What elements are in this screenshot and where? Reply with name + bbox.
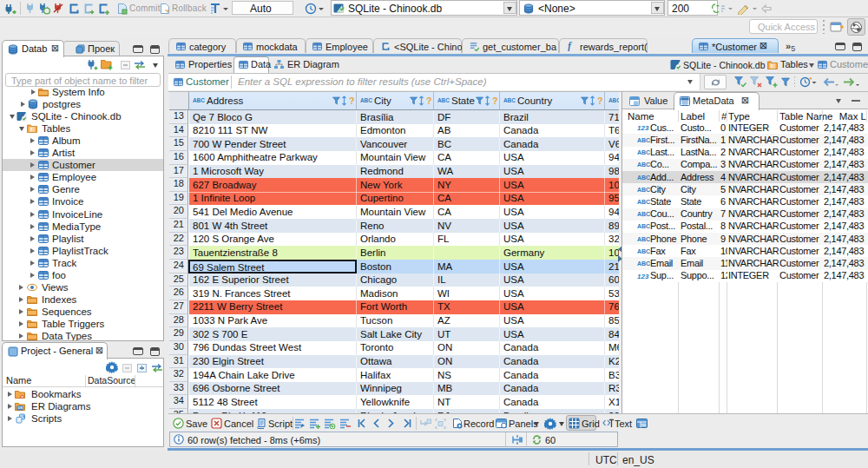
svg-text:f: f	[568, 40, 572, 51]
svg-text:DB: DB	[18, 405, 23, 410]
